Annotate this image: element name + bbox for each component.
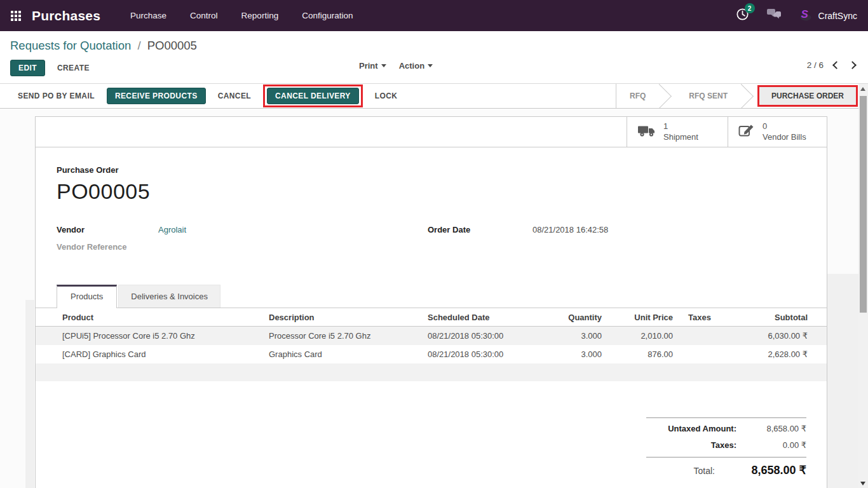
- scroll-up-icon[interactable]: [860, 87, 865, 91]
- shipment-smart-button[interactable]: 1 Shipment: [627, 117, 728, 147]
- totals-block: Untaxed Amount: 8,658.00 ₹ Taxes: 0.00 ₹…: [646, 417, 806, 477]
- cell-subtotal: 2,628.00 ₹: [744, 345, 827, 363]
- messages-icon[interactable]: [766, 8, 782, 23]
- breadcrumb-parent-link[interactable]: Requests for Quotation: [10, 39, 131, 52]
- tab-products[interactable]: Products: [57, 285, 117, 308]
- app-title[interactable]: Purchases: [32, 8, 100, 24]
- menu-reporting[interactable]: Reporting: [241, 11, 279, 20]
- cell-scheduled-date: 08/21/2018 05:30:00: [425, 345, 538, 363]
- col-header-quantity: Quantity: [538, 308, 604, 327]
- untaxed-amount-label: Untaxed Amount:: [646, 424, 745, 433]
- shipment-count: 1: [663, 121, 698, 132]
- background-strip: [827, 274, 858, 488]
- order-date-label: Order Date: [428, 225, 532, 234]
- cell-product: [CPUi5] Processor Core i5 2.70 Ghz: [36, 327, 266, 346]
- send-po-by-email-button[interactable]: SEND PO BY EMAIL: [10, 88, 103, 104]
- vendor-label: Vendor: [57, 225, 158, 234]
- vertical-scrollbar[interactable]: [858, 84, 868, 488]
- table-row-empty: [36, 363, 827, 381]
- pager-next-icon[interactable]: [848, 61, 857, 69]
- cell-subtotal: 6,030.00 ₹: [744, 327, 827, 346]
- cell-product: [CARD] Graphics Card: [36, 345, 266, 363]
- activity-clock-icon[interactable]: 2: [736, 8, 749, 24]
- cancel-button[interactable]: CANCEL: [210, 88, 259, 104]
- breadcrumb-separator: /: [137, 39, 140, 52]
- order-lines-table: Product Description Scheduled Date Quant…: [36, 308, 827, 381]
- table-header-row: Product Description Scheduled Date Quant…: [36, 308, 827, 327]
- notebook-tabs: Products Deliveries & Invoices: [36, 285, 827, 308]
- menu-configuration[interactable]: Configuration: [302, 11, 353, 20]
- vendor-bills-label: Vendor Bills: [763, 132, 806, 143]
- scroll-down-icon[interactable]: [860, 482, 865, 485]
- page-title: PO00005: [57, 179, 806, 204]
- receive-products-button[interactable]: RECEIVE PRODUCTS: [107, 88, 206, 104]
- col-header-description: Description: [266, 308, 425, 327]
- lock-button[interactable]: LOCK: [367, 88, 406, 104]
- shipment-label: Shipment: [663, 132, 698, 143]
- cell-description: Processor Core i5 2.70 Ghz: [266, 327, 425, 346]
- form-view: 1 Shipment 0 Vendor Bills Purchase Orde: [0, 109, 868, 488]
- top-navbar: Purchases Purchase Control Reporting Con…: [0, 0, 868, 31]
- caret-down-icon: [381, 64, 386, 67]
- state-rfq-sent[interactable]: RFQ SENT: [675, 84, 741, 108]
- user-name: CraftSync: [818, 11, 857, 21]
- vendor-bills-count: 0: [763, 121, 806, 132]
- menu-control[interactable]: Control: [190, 11, 218, 20]
- state-rfq[interactable]: RFQ: [616, 84, 659, 108]
- form-statusbar: SEND PO BY EMAIL RECEIVE PRODUCTS CANCEL…: [0, 83, 868, 109]
- print-dropdown[interactable]: Print: [359, 61, 386, 71]
- control-panel: Requests for Quotation / PO00005 EDIT CR…: [0, 31, 868, 83]
- cell-description: Graphics Card: [266, 345, 425, 363]
- form-sheet: 1 Shipment 0 Vendor Bills Purchase Orde: [35, 116, 827, 488]
- order-date-value: 08/21/2018 16:42:58: [532, 225, 608, 234]
- truck-icon: [637, 124, 656, 140]
- apps-grid-icon[interactable]: [11, 11, 21, 21]
- status-pipeline: RFQ RFQ SENT PURCHASE ORDER: [616, 84, 858, 108]
- total-label: Total:: [646, 466, 724, 476]
- annotation-box-purchase-order: PURCHASE ORDER: [757, 85, 858, 107]
- vendor-bills-smart-button[interactable]: 0 Vendor Bills: [728, 117, 827, 147]
- col-header-scheduled-date: Scheduled Date: [425, 308, 538, 327]
- total-value: 8,658.00 ₹: [724, 463, 806, 477]
- vendor-value-link[interactable]: Agrolait: [158, 225, 186, 234]
- col-header-taxes: Taxes: [675, 308, 744, 327]
- table-row[interactable]: [CPUi5] Processor Core i5 2.70 Ghz Proce…: [36, 327, 827, 346]
- background-strip: [25, 300, 34, 488]
- totals-divider: [646, 457, 806, 458]
- col-header-subtotal: Subtotal: [744, 308, 827, 327]
- cell-quantity: 3.000: [538, 327, 604, 346]
- untaxed-amount-value: 8,658.00 ₹: [745, 424, 806, 433]
- tab-deliveries-invoices[interactable]: Deliveries & Invoices: [118, 285, 220, 308]
- cell-unit-price: 876.00: [604, 345, 675, 363]
- cell-taxes: [675, 327, 744, 346]
- user-menu[interactable]: S CraftSync: [799, 8, 857, 24]
- action-dropdown[interactable]: Action: [399, 61, 433, 71]
- main-menu: Purchase Control Reporting Configuration: [130, 11, 353, 20]
- col-header-unit-price: Unit Price: [604, 308, 675, 327]
- company-logo: S: [799, 8, 813, 24]
- pager-value: 2 / 6: [807, 60, 824, 70]
- document-type-label: Purchase Order: [57, 165, 806, 175]
- smart-buttons-bar: 1 Shipment 0 Vendor Bills: [36, 117, 827, 147]
- edit-button[interactable]: EDIT: [10, 60, 45, 76]
- svg-text:S: S: [801, 8, 808, 20]
- taxes-value: 0.00 ₹: [745, 440, 806, 450]
- annotation-box-cancel-delivery: CANCEL DELIVERY: [263, 85, 363, 107]
- table-row[interactable]: [CARD] Graphics Card Graphics Card 08/21…: [36, 345, 827, 363]
- state-purchase-order[interactable]: PURCHASE ORDER: [759, 87, 856, 105]
- create-button[interactable]: CREATE: [49, 60, 98, 76]
- pipeline-arrow-icon: [659, 84, 675, 108]
- col-header-product: Product: [36, 308, 266, 327]
- activity-count-badge: 2: [745, 3, 755, 13]
- caret-down-icon: [428, 64, 433, 67]
- edit-note-icon: [738, 123, 756, 140]
- pager-previous-icon[interactable]: [832, 61, 841, 69]
- breadcrumb-current: PO00005: [147, 39, 197, 52]
- vendor-reference-label: Vendor Reference: [57, 242, 158, 252]
- breadcrumb: Requests for Quotation / PO00005: [10, 39, 858, 53]
- cell-quantity: 3.000: [538, 345, 604, 363]
- menu-purchase[interactable]: Purchase: [130, 11, 166, 20]
- scrollbar-thumb[interactable]: [860, 96, 867, 313]
- cancel-delivery-button[interactable]: CANCEL DELIVERY: [267, 88, 359, 104]
- cell-scheduled-date: 08/21/2018 05:30:00: [425, 327, 538, 346]
